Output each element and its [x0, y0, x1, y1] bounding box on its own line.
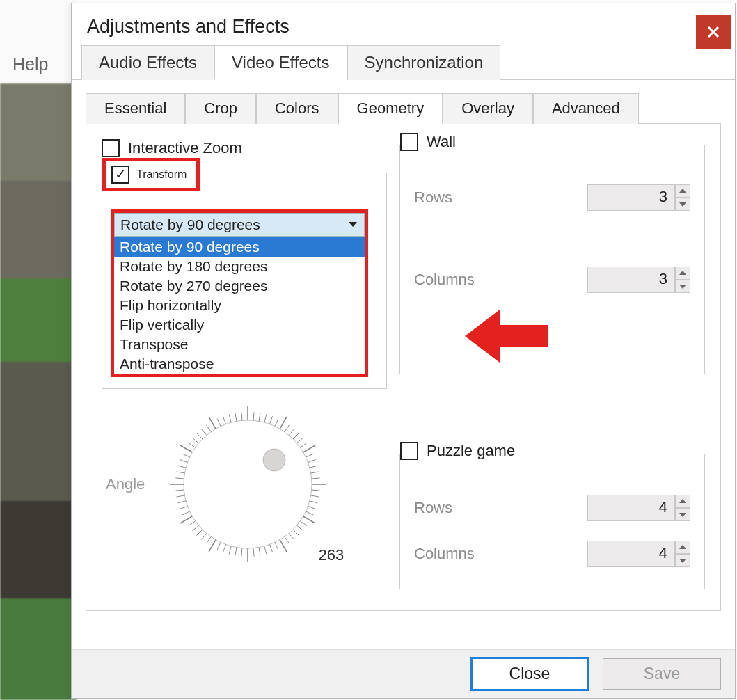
transform-option-4[interactable]: Flip vertically — [114, 315, 365, 335]
wall-columns-label: Columns — [414, 271, 475, 289]
transform-highlight: Transform — [102, 158, 200, 191]
svg-line-33 — [180, 506, 188, 509]
svg-line-28 — [197, 530, 203, 535]
transform-option-5[interactable]: Transpose — [114, 335, 365, 354]
transform-option-3[interactable]: Flip horizontally — [114, 296, 365, 315]
svg-line-56 — [253, 412, 254, 420]
interactive-zoom-checkbox[interactable] — [102, 139, 120, 157]
spin-up-icon[interactable] — [675, 495, 690, 508]
wall-checkbox[interactable] — [400, 133, 418, 151]
dialog-title: Adjustments and Effects — [87, 16, 290, 37]
svg-line-54 — [241, 412, 242, 420]
puzzle-rows-value: 4 — [587, 495, 675, 521]
close-button[interactable]: Close — [470, 657, 589, 691]
spin-up-icon[interactable] — [675, 184, 690, 198]
wall-rows-spinbox[interactable]: 3 — [587, 184, 690, 211]
svg-line-64 — [293, 433, 299, 438]
spin-up-icon[interactable] — [675, 541, 690, 554]
subtab-crop[interactable]: Crop — [185, 93, 256, 124]
transform-option-6[interactable]: Anti-transpose — [114, 354, 365, 374]
svg-line-63 — [289, 429, 294, 435]
spin-up-icon[interactable] — [675, 267, 690, 280]
svg-line-72 — [312, 478, 320, 479]
svg-line-40 — [178, 466, 187, 468]
sub-tabs: Essential Crop Colors Geometry Overlay A… — [86, 93, 721, 124]
spin-down-icon[interactable] — [675, 554, 690, 567]
subtab-geometry[interactable]: Geometry — [338, 93, 443, 124]
svg-line-52 — [229, 415, 231, 423]
menu-help[interactable]: Help — [13, 54, 48, 74]
subtab-overlay[interactable]: Overlay — [443, 93, 533, 124]
transform-option-1[interactable]: Rotate by 180 degrees — [114, 257, 365, 276]
svg-line-26 — [207, 536, 212, 543]
svg-line-47 — [201, 429, 207, 435]
dialog-bottom-bar: Close Save — [72, 649, 735, 698]
svg-line-46 — [197, 433, 203, 438]
transform-label: Transform — [136, 168, 187, 181]
svg-line-51 — [223, 416, 226, 424]
wall-rows-label: Rows — [414, 189, 452, 207]
puzzle-columns-spinbox[interactable]: 4 — [587, 541, 690, 567]
dialog-titlebar: Adjustments and Effects — [72, 3, 735, 45]
svg-line-22 — [229, 546, 231, 555]
svg-point-73 — [263, 449, 285, 471]
svg-line-35 — [177, 495, 185, 497]
puzzle-rows-spinbox[interactable]: 4 — [587, 495, 690, 521]
background-image-strip — [0, 0, 77, 700]
svg-line-14 — [275, 542, 278, 550]
spin-down-icon[interactable] — [675, 198, 690, 211]
svg-line-69 — [308, 459, 316, 462]
svg-line-20 — [241, 548, 242, 557]
svg-line-4 — [310, 501, 318, 503]
svg-line-67 — [303, 445, 315, 452]
subtab-advanced[interactable]: Advanced — [533, 93, 639, 124]
transform-group: Transform Rotate by 90 degrees Rotate by… — [102, 173, 387, 389]
svg-line-62 — [285, 425, 290, 432]
wall-columns-spinbox[interactable]: 3 — [587, 267, 690, 293]
annotation-arrow-icon — [465, 310, 548, 363]
svg-line-39 — [177, 472, 185, 473]
subtab-colors[interactable]: Colors — [256, 93, 338, 124]
transform-dropdown-selected[interactable]: Rotate by 90 degrees — [114, 213, 365, 237]
svg-line-34 — [178, 501, 187, 503]
wall-rows-value: 3 — [587, 184, 675, 211]
svg-line-12 — [285, 536, 290, 543]
transform-option-0[interactable]: Rotate by 90 degrees — [114, 237, 365, 257]
svg-line-2 — [312, 490, 320, 491]
svg-line-27 — [201, 533, 207, 539]
svg-line-42 — [182, 454, 190, 457]
spin-down-icon[interactable] — [675, 280, 690, 293]
svg-line-57 — [259, 413, 260, 422]
svg-line-49 — [209, 417, 216, 429]
svg-line-45 — [193, 438, 199, 443]
interactive-zoom-label: Interactive Zoom — [128, 139, 242, 157]
tab-video-effects[interactable]: Video Effects — [214, 45, 347, 80]
svg-line-23 — [223, 544, 226, 552]
svg-line-9 — [297, 525, 303, 531]
svg-line-59 — [270, 416, 273, 424]
svg-line-44 — [189, 443, 196, 447]
tab-audio-effects[interactable]: Audio Effects — [81, 45, 214, 80]
svg-line-58 — [264, 415, 267, 423]
transform-dropdown-list: Rotate by 90 degrees Rotate by 180 degre… — [114, 237, 365, 374]
svg-line-30 — [189, 521, 196, 526]
wall-label: Wall — [427, 133, 456, 151]
interactive-zoom-row: Interactive Zoom — [102, 139, 387, 157]
svg-line-32 — [182, 511, 190, 515]
close-icon[interactable] — [696, 15, 731, 49]
tab-synchronization[interactable]: Synchronization — [347, 45, 501, 80]
svg-line-41 — [180, 459, 188, 462]
angle-dial[interactable] — [157, 404, 338, 564]
svg-line-3 — [311, 495, 319, 497]
svg-point-0 — [184, 420, 312, 548]
transform-checkbox[interactable] — [111, 166, 129, 184]
puzzle-checkbox[interactable] — [400, 442, 418, 460]
transform-option-2[interactable]: Rotate by 270 degrees — [114, 276, 365, 296]
svg-line-18 — [253, 548, 254, 557]
puzzle-rows-label: Rows — [414, 499, 452, 517]
subtab-essential[interactable]: Essential — [86, 93, 185, 124]
geometry-panel: Interactive Zoom Transform Rotate by 90 … — [86, 124, 721, 611]
spin-down-icon[interactable] — [675, 508, 690, 521]
svg-line-29 — [193, 525, 199, 531]
save-button[interactable]: Save — [603, 658, 721, 690]
